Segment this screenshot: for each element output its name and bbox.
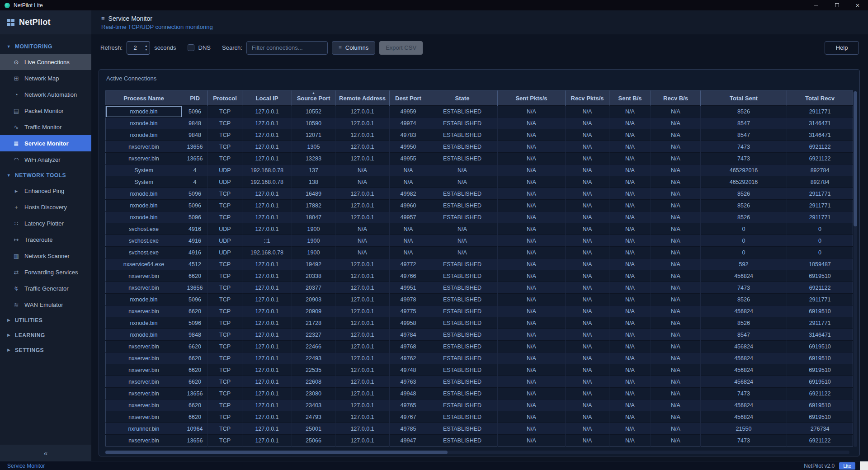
- horizontal-scrollbar[interactable]: [105, 451, 849, 454]
- help-button[interactable]: Help: [825, 41, 859, 55]
- table-cell: N/A: [498, 223, 566, 235]
- table-row[interactable]: nxserver.bin13656TCP127.0.0.120377127.0.…: [106, 282, 853, 294]
- table-row[interactable]: nxrunner.bin10964TCP127.0.0.125001127.0.…: [106, 423, 853, 435]
- table-row[interactable]: nxnode.bin5096TCP127.0.0.116489127.0.0.1…: [106, 188, 853, 200]
- sidebar-item-traceroute[interactable]: ↦Traceroute: [0, 231, 91, 248]
- table-row[interactable]: nxnode.bin5096TCP127.0.0.118047127.0.0.1…: [106, 212, 853, 223]
- table-cell: N/A: [566, 388, 609, 400]
- table-row[interactable]: nxservice64.exe4512TCP127.0.0.119492127.…: [106, 258, 853, 270]
- table-cell: N/A: [498, 317, 566, 329]
- sidebar-item-wan-emulator[interactable]: ≋WAN Emulator: [0, 296, 91, 313]
- sidebar-section-monitoring[interactable]: ▼MONITORING: [0, 39, 91, 54]
- column-header-local-ip[interactable]: Local IP: [242, 91, 292, 106]
- table-row[interactable]: nxserver.bin6620TCP127.0.0.122608127.0.0…: [106, 376, 853, 388]
- resize-grip[interactable]: [860, 461, 868, 470]
- vertical-scrollbar-thumb[interactable]: [854, 91, 857, 226]
- table-row[interactable]: nxserver.bin13656TCP127.0.0.125066127.0.…: [106, 435, 853, 446]
- column-header-state[interactable]: State: [427, 91, 498, 106]
- maximize-button[interactable]: [826, 0, 847, 10]
- columns-button[interactable]: ≡ Columns: [332, 41, 375, 55]
- table-cell: N/A: [498, 364, 566, 376]
- panel-title: Active Connections: [99, 70, 859, 87]
- table-cell: 1900: [292, 235, 335, 247]
- sidebar-section-utilities[interactable]: ▶UTILITIES: [0, 313, 91, 328]
- sidebar-item-forwarding-services[interactable]: ⇄Forwarding Services: [0, 264, 91, 280]
- table-row[interactable]: nxserver.bin13656TCP127.0.0.11305127.0.0…: [106, 141, 853, 153]
- sidebar-item-network-map[interactable]: ⊞Network Map: [0, 70, 91, 86]
- horizontal-scrollbar-thumb[interactable]: [105, 451, 448, 454]
- sidebar-item-live-connections[interactable]: ⊙Live Connections: [0, 54, 91, 70]
- sidebar-item-network-automation[interactable]: ◔Network Automation: [0, 86, 91, 103]
- column-header-recv-b-s[interactable]: Recv B/s: [651, 91, 701, 106]
- table-row[interactable]: nxnode.bin5096TCP127.0.0.120903127.0.0.1…: [106, 294, 853, 306]
- sidebar-item-latency-plotter[interactable]: ∷Latency Plotter: [0, 215, 91, 231]
- table-row[interactable]: System4UDP192.168.0.78137N/AN/AN/AN/AN/A…: [106, 164, 853, 176]
- table-row[interactable]: nxserver.bin6620TCP127.0.0.120909127.0.0…: [106, 306, 853, 317]
- sidebar-item-network-scanner[interactable]: ▥Network Scanner: [0, 248, 91, 264]
- table-cell: 49959: [390, 106, 427, 118]
- table-row[interactable]: nxserver.bin6620TCP127.0.0.123403127.0.0…: [106, 400, 853, 411]
- table-cell: 127.0.0.1: [335, 258, 390, 270]
- table-row[interactable]: nxserver.bin6620TCP127.0.0.122493127.0.0…: [106, 352, 853, 364]
- refresh-interval-input[interactable]: 2 ▴ ▾: [127, 41, 150, 55]
- sidebar-section-network-tools[interactable]: ▼NETWORK TOOLS: [0, 168, 91, 183]
- sidebar-collapse-button[interactable]: «: [0, 445, 91, 461]
- close-icon: ×: [856, 2, 860, 9]
- table-row[interactable]: nxnode.bin5096TCP127.0.0.110552127.0.0.1…: [106, 106, 853, 118]
- export-csv-button[interactable]: Export CSV: [379, 41, 423, 55]
- table-row[interactable]: nxnode.bin9848TCP127.0.0.112071127.0.0.1…: [106, 129, 853, 141]
- table-row[interactable]: nxserver.bin6620TCP127.0.0.120338127.0.0…: [106, 270, 853, 282]
- column-header-total-recv[interactable]: Total Recv: [787, 91, 853, 106]
- column-header-protocol[interactable]: Protocol: [208, 91, 242, 106]
- table-row[interactable]: nxserver.bin13656TCP127.0.0.113283127.0.…: [106, 153, 853, 164]
- table-row[interactable]: nxnode.bin5096TCP127.0.0.121728127.0.0.1…: [106, 317, 853, 329]
- table-row[interactable]: nxnode.bin9848TCP127.0.0.110590127.0.0.1…: [106, 118, 853, 129]
- column-header-sent-b-s[interactable]: Sent B/s: [609, 91, 651, 106]
- close-button[interactable]: ×: [847, 0, 868, 10]
- table-cell: 20338: [292, 270, 335, 282]
- table-row[interactable]: svchost.exe4916UDP127.0.0.11900N/AN/AN/A…: [106, 223, 853, 235]
- sidebar-item-enhanced-ping[interactable]: ▸Enhanced Ping: [0, 183, 91, 199]
- table-cell: 8547: [701, 329, 787, 341]
- column-header-remote-address[interactable]: Remote Address: [335, 91, 390, 106]
- table-row[interactable]: nxnode.bin9848TCP127.0.0.122327127.0.0.1…: [106, 329, 853, 341]
- sidebar-item-hosts-discovery[interactable]: +Hosts Discovery: [0, 199, 91, 215]
- dns-checkbox[interactable]: [188, 44, 194, 51]
- column-header-total-sent[interactable]: Total Sent: [701, 91, 787, 106]
- sidebar-item-wifi-analyzer[interactable]: ◠WiFi Analyzer: [0, 151, 91, 168]
- sidebar-section-settings[interactable]: ▶SETTINGS: [0, 343, 91, 357]
- table-row[interactable]: nxserver.bin6620TCP127.0.0.122535127.0.0…: [106, 364, 853, 376]
- header-main: ≡ Service Monitor Real-time TCP/UDP conn…: [91, 10, 868, 34]
- table-cell: 127.0.0.1: [242, 352, 292, 364]
- sidebar-item-service-monitor[interactable]: ≣Service Monitor: [0, 135, 91, 151]
- table-row[interactable]: nxserver.bin13656TCP127.0.0.123080127.0.…: [106, 388, 853, 400]
- menu-icon[interactable]: ≡: [101, 15, 105, 22]
- column-header-recv-pkts-s[interactable]: Recv Pkts/s: [566, 91, 609, 106]
- minimize-button[interactable]: [806, 0, 826, 10]
- column-header-source-port[interactable]: ▲Source Port: [292, 91, 335, 106]
- table-cell: N/A: [651, 364, 701, 376]
- table-row[interactable]: svchost.exe4916UDP::11900N/AN/AN/AN/AN/A…: [106, 235, 853, 247]
- sidebar-item-packet-monitor[interactable]: ▤Packet Monitor: [0, 103, 91, 119]
- column-header-pid[interactable]: PID: [182, 91, 208, 106]
- sidebar-item-traffic-generator[interactable]: ↯Traffic Generator: [0, 280, 91, 296]
- table-row[interactable]: svchost.exe4916UDP192.168.0.781900N/AN/A…: [106, 247, 853, 258]
- sidebar-section-learning[interactable]: ▶LEARNING: [0, 328, 91, 343]
- vertical-scrollbar[interactable]: [854, 91, 857, 447]
- column-header-process-name[interactable]: Process Name: [106, 91, 182, 106]
- table-cell: ::1: [242, 235, 292, 247]
- table-cell: 127.0.0.1: [242, 282, 292, 294]
- table-cell: 127.0.0.1: [335, 352, 390, 364]
- table-row[interactable]: nxnode.bin5096TCP127.0.0.117882127.0.0.1…: [106, 200, 853, 212]
- search-input[interactable]: [246, 41, 328, 55]
- sidebar-item-traffic-monitor[interactable]: ∿Traffic Monitor: [0, 119, 91, 135]
- column-header-dest-port[interactable]: Dest Port: [390, 91, 427, 106]
- table-row[interactable]: nxserver.bin6620TCP127.0.0.122466127.0.0…: [106, 341, 853, 352]
- spinner-down-icon[interactable]: ▾: [145, 48, 147, 52]
- table-cell: N/A: [498, 247, 566, 258]
- chevron-down-icon: ▼: [6, 44, 11, 49]
- table-row[interactable]: nxserver.bin6620TCP127.0.0.124793127.0.0…: [106, 411, 853, 423]
- column-header-sent-pkts-s[interactable]: Sent Pkts/s: [498, 91, 566, 106]
- table-row[interactable]: System4UDP192.168.0.78138N/AN/AN/AN/AN/A…: [106, 176, 853, 188]
- table-cell: N/A: [566, 223, 609, 235]
